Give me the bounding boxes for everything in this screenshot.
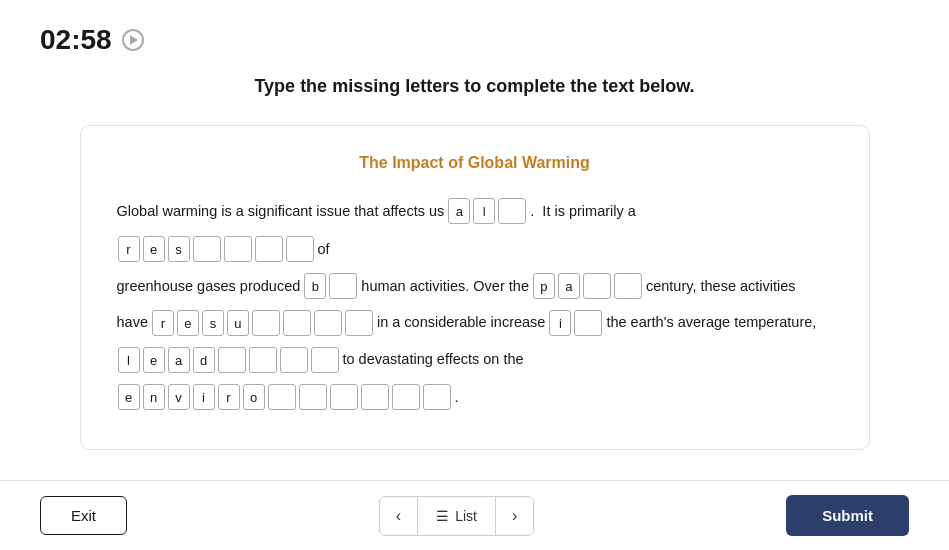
answer-input[interactable] — [423, 384, 451, 410]
letter-box: d — [193, 347, 215, 373]
answer-input[interactable] — [280, 347, 308, 373]
answer-input[interactable] — [224, 236, 252, 262]
answer-input[interactable] — [249, 347, 277, 373]
list-icon: ☰ — [436, 508, 449, 524]
letter-box: o — [243, 384, 265, 410]
letter-box: r — [118, 236, 140, 262]
text-line-3: have r e s u in a considerable increase … — [117, 305, 833, 340]
letter-box: u — [227, 310, 249, 336]
answer-input[interactable] — [311, 347, 339, 373]
word: greenhouse gases produced — [117, 269, 301, 304]
letter-box: p — [533, 273, 555, 299]
letter-box: e — [177, 310, 199, 336]
letter-box: a — [168, 347, 190, 373]
timer-display: 02:58 — [40, 24, 112, 56]
letter-box: e — [118, 384, 140, 410]
card-title: The Impact of Global Warming — [117, 154, 833, 172]
letter-box: s — [202, 310, 224, 336]
word: the earth's average temperature, — [606, 305, 816, 340]
answer-input[interactable] — [286, 236, 314, 262]
answer-input[interactable] — [345, 310, 373, 336]
play-button[interactable] — [122, 29, 144, 51]
letter-box: b — [304, 273, 326, 299]
letter-box: e — [143, 347, 165, 373]
letter-box: i — [549, 310, 571, 336]
answer-input[interactable] — [193, 236, 221, 262]
previous-button[interactable]: ‹ — [380, 497, 418, 535]
list-label: List — [455, 508, 477, 524]
word: have — [117, 305, 148, 340]
letter-box: r — [218, 384, 240, 410]
list-button[interactable]: ☰ List — [418, 498, 495, 534]
letter-box: v — [168, 384, 190, 410]
letter-box: l — [473, 198, 495, 224]
text-line-4: l e a d to devastating effects on the e … — [117, 342, 833, 415]
text-line-2: greenhouse gases produced b human activi… — [117, 269, 833, 304]
answer-input[interactable] — [299, 384, 327, 410]
exit-button[interactable]: Exit — [40, 496, 127, 535]
answer-input[interactable] — [218, 347, 246, 373]
answer-input[interactable] — [330, 384, 358, 410]
letter-box: s — [168, 236, 190, 262]
play-icon — [130, 35, 138, 45]
next-button[interactable]: › — [495, 497, 533, 535]
word: Global warming is a significant issue th… — [117, 194, 445, 229]
answer-input[interactable] — [361, 384, 389, 410]
text-line-1: Global warming is a significant issue th… — [117, 194, 833, 267]
word: human activities. Over the — [361, 269, 529, 304]
word: century, these activities — [646, 269, 796, 304]
letter-box: e — [143, 236, 165, 262]
letter-box: a — [448, 198, 470, 224]
instruction-text: Type the missing letters to complete the… — [40, 76, 909, 97]
answer-input[interactable] — [392, 384, 420, 410]
word: to devastating effects on the — [343, 342, 524, 377]
word: . It is primarily a — [530, 194, 636, 229]
word: . — [455, 380, 459, 415]
answer-input[interactable] — [252, 310, 280, 336]
answer-input[interactable] — [283, 310, 311, 336]
letter-box: i — [193, 384, 215, 410]
footer: Exit ‹ ☰ List › Submit — [0, 480, 949, 550]
exercise-text: Global warming is a significant issue th… — [117, 194, 833, 415]
letter-box: l — [118, 347, 140, 373]
navigation-group: ‹ ☰ List › — [379, 496, 534, 536]
answer-input[interactable] — [583, 273, 611, 299]
answer-input[interactable] — [268, 384, 296, 410]
answer-input[interactable] — [255, 236, 283, 262]
word: of — [318, 232, 330, 267]
answer-input[interactable] — [329, 273, 357, 299]
letter-box: n — [143, 384, 165, 410]
word: in a considerable increase — [377, 305, 545, 340]
submit-button[interactable]: Submit — [786, 495, 909, 536]
answer-input[interactable] — [314, 310, 342, 336]
answer-input[interactable] — [574, 310, 602, 336]
exercise-card: The Impact of Global Warming Global warm… — [80, 125, 870, 450]
letter-box: r — [152, 310, 174, 336]
answer-input[interactable] — [498, 198, 526, 224]
answer-input[interactable] — [614, 273, 642, 299]
letter-box: a — [558, 273, 580, 299]
